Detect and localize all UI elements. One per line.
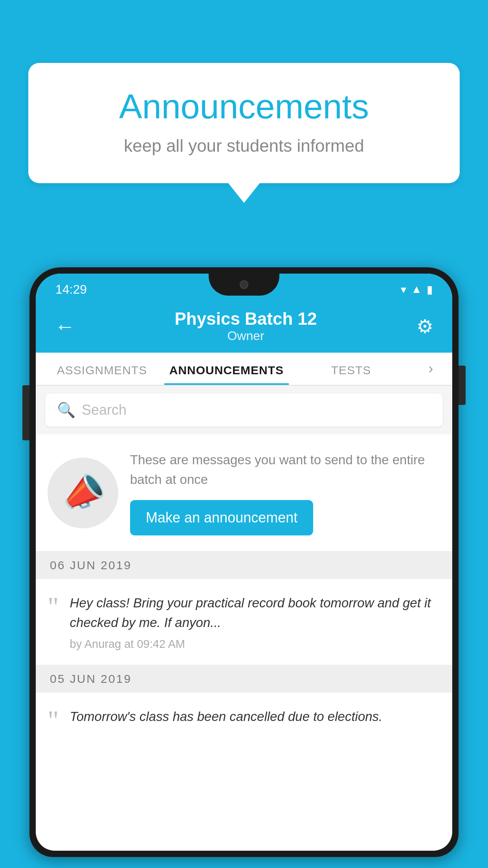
app-header: ← Physics Batch 12 Owner ⚙ [36,301,452,353]
header-title-group: Physics Batch 12 Owner [175,309,317,343]
announcement-prompt: 📣 These are messages you want to send to… [36,434,452,552]
tab-assignments[interactable]: ASSIGNMENTS [40,353,164,385]
back-button[interactable]: ← [55,314,75,338]
speech-bubble: Announcements keep all your students inf… [28,63,460,183]
speech-bubble-wrapper: Announcements keep all your students inf… [28,63,460,203]
search-container: 🔍 Search [36,386,452,434]
announcement-content-1: Hey class! Bring your practical record b… [70,593,440,651]
notch-camera [240,280,248,289]
tab-announcements[interactable]: ANNOUNCEMENTS [164,353,289,385]
speech-bubble-arrow [228,183,260,203]
announcement-icon-circle: 📣 [48,458,118,528]
header-subtitle: Owner [175,329,317,343]
search-placeholder: Search [82,402,127,418]
search-bar[interactable]: 🔍 Search [45,394,443,427]
status-icons: ▾ ▲ ▮ [401,283,433,296]
settings-button[interactable]: ⚙ [416,315,433,337]
make-announcement-button[interactable]: Make an announcement [130,500,313,535]
tab-bar: ASSIGNMENTS ANNOUNCEMENTS TESTS › [36,353,452,386]
speech-bubble-subtitle: keep all your students informed [60,136,428,156]
announcement-description: These are messages you want to send to t… [130,450,440,489]
phone-outer: 14:29 ▾ ▲ ▮ ← Physics Batch 12 Owner ⚙ [29,267,459,857]
announcement-meta-1: by Anurag at 09:42 AM [70,638,440,651]
quote-icon-2: " [48,707,59,734]
date-divider-2: 05 JUN 2019 [36,665,452,693]
status-time: 14:29 [55,282,87,297]
megaphone-icon: 📣 [56,467,109,518]
header-title: Physics Batch 12 [175,309,317,329]
signal-icon: ▲ [411,283,422,296]
search-icon: 🔍 [57,401,75,419]
tab-more[interactable]: › [413,353,448,385]
battery-icon: ▮ [427,283,433,296]
announcement-item-1: " Hey class! Bring your practical record… [36,579,452,665]
tab-tests[interactable]: TESTS [289,353,413,385]
speech-bubble-title: Announcements [60,86,428,127]
announcement-text-1: Hey class! Bring your practical record b… [70,593,440,632]
phone-screen: 14:29 ▾ ▲ ▮ ← Physics Batch 12 Owner ⚙ [36,274,452,851]
announcement-content-2: Tomorrow's class has been cancelled due … [70,707,440,734]
announcement-text-group: These are messages you want to send to t… [130,450,440,535]
wifi-icon: ▾ [401,283,406,296]
phone-notch [209,274,279,296]
announcement-text-2: Tomorrow's class has been cancelled due … [70,707,440,726]
quote-icon-1: " [48,593,59,651]
phone-wrapper: 14:29 ▾ ▲ ▮ ← Physics Batch 12 Owner ⚙ [29,267,459,868]
date-divider-1: 06 JUN 2019 [36,552,452,579]
announcement-item-2: " Tomorrow's class has been cancelled du… [36,693,452,748]
